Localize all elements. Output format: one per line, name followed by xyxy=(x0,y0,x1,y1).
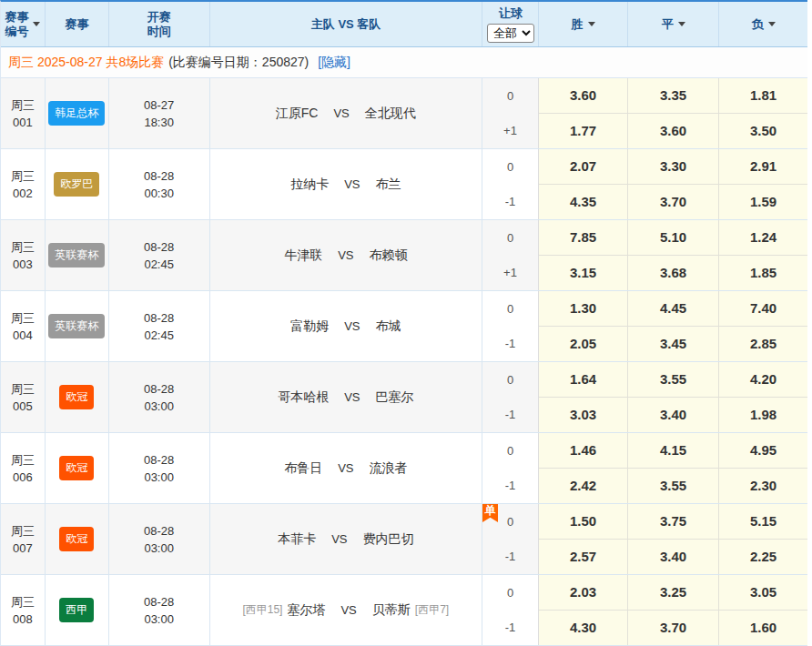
match-id: 周三 005 xyxy=(1,362,46,432)
header-lose[interactable]: 负 xyxy=(719,2,807,46)
odds-draw-cell[interactable]: 3.68 xyxy=(628,256,719,291)
odds-lose-cell[interactable]: 2.30 xyxy=(719,469,807,504)
odds-lose-cell[interactable]: 7.40 xyxy=(719,291,807,327)
match-league: 英联赛杯 xyxy=(46,220,109,290)
odds-lose-cell[interactable]: 1.81 xyxy=(719,78,807,114)
match-number: 002 xyxy=(13,185,33,202)
odds-draw-cell[interactable]: 3.35 xyxy=(628,78,719,114)
league-badge: 欧冠 xyxy=(59,385,94,409)
match-row: 周三 004 英联赛杯 08-28 02:45 富勒姆 VS 布城 0 1.30… xyxy=(1,291,807,362)
odds-draw-cell[interactable]: 3.25 xyxy=(628,575,719,611)
match-teams: 拉纳卡 VS 布兰 xyxy=(210,149,482,219)
odds-win-cell[interactable]: 1.30 xyxy=(539,291,628,327)
table-header: 赛事 编号 赛事 开赛 时间 主队 VS 客队 让球 全部 xyxy=(1,2,807,47)
odds-win-cell[interactable]: 2.42 xyxy=(539,469,628,504)
league-badge: 西甲 xyxy=(59,598,94,622)
header-handicap-label: 让球 xyxy=(499,5,523,22)
match-day: 周三 xyxy=(11,167,35,185)
vs-label: VS xyxy=(344,389,360,406)
league-badge: 英联赛杯 xyxy=(48,243,105,267)
odds-lose-cell[interactable]: 2.91 xyxy=(719,149,807,185)
odds-win-cell[interactable]: 1.50 xyxy=(539,504,628,540)
odds-draw-cell[interactable]: 3.55 xyxy=(628,469,719,504)
odds-win-cell[interactable]: 2.05 xyxy=(539,327,628,362)
odds-line: 单 0 1.50 3.75 5.15 xyxy=(482,504,807,540)
odds-draw-cell[interactable]: 3.40 xyxy=(628,398,719,433)
date-summary: 周三 2025-08-27 共8场比赛 xyxy=(8,55,164,71)
odds-win-cell[interactable]: 4.30 xyxy=(539,611,628,646)
away-team: 布城 xyxy=(375,318,401,335)
home-team: 本菲卡 xyxy=(278,530,316,548)
odds-draw-cell[interactable]: 3.55 xyxy=(628,362,719,398)
odds-draw-cell[interactable]: 3.70 xyxy=(628,611,719,646)
handicap-value: 0 xyxy=(507,160,513,174)
chevron-down-icon[interactable] xyxy=(768,22,776,26)
match-date: 08-27 xyxy=(144,96,174,114)
odds-lose-cell[interactable]: 2.25 xyxy=(719,540,807,575)
odds-line: +1 3.15 3.68 1.85 xyxy=(482,256,807,291)
odds-win-cell[interactable]: 2.57 xyxy=(539,540,628,575)
chevron-down-icon[interactable] xyxy=(588,22,595,26)
home-team: 富勒姆 xyxy=(290,318,329,335)
odds-win-cell[interactable]: 1.77 xyxy=(539,114,628,149)
handicap-cell: 0 xyxy=(482,149,539,185)
odds-line: 0 2.07 3.30 2.91 xyxy=(482,149,807,185)
hide-link[interactable]: [隐藏] xyxy=(318,55,350,71)
odds-win-cell[interactable]: 1.64 xyxy=(539,362,628,398)
match-number: 006 xyxy=(13,469,33,486)
header-match-id[interactable]: 赛事 编号 xyxy=(1,2,46,46)
away-team: 全北现代 xyxy=(365,105,416,122)
odds-lose-cell[interactable]: 3.05 xyxy=(719,575,807,611)
handicap-cell: -1 xyxy=(482,185,539,220)
odds-draw-cell[interactable]: 5.10 xyxy=(628,220,719,256)
odds-lose-cell[interactable]: 2.85 xyxy=(719,327,807,362)
chevron-down-icon[interactable] xyxy=(678,22,685,26)
odds-win-cell[interactable]: 3.15 xyxy=(539,256,628,291)
odds-draw-cell[interactable]: 3.40 xyxy=(628,540,719,575)
odds-draw-cell[interactable]: 4.45 xyxy=(628,291,719,327)
match-teams: [西甲15] 塞尔塔 VS 贝蒂斯 [西甲7] xyxy=(210,575,482,645)
odds-lose-cell[interactable]: 4.20 xyxy=(719,362,807,398)
match-id: 周三 001 xyxy=(1,78,46,148)
handicap-value: -1 xyxy=(505,479,516,492)
odds-lose-cell[interactable]: 4.95 xyxy=(719,433,807,469)
header-draw[interactable]: 平 xyxy=(628,2,719,46)
odds-lose-cell[interactable]: 1.60 xyxy=(719,611,807,646)
match-time: 08-28 03:00 xyxy=(109,362,210,432)
odds-draw-cell[interactable]: 4.15 xyxy=(628,433,719,469)
handicap-value: -1 xyxy=(505,621,516,634)
odds-line: -1 4.30 3.70 1.60 xyxy=(482,611,807,646)
odds-lose-cell[interactable]: 1.98 xyxy=(719,398,807,433)
match-day: 周三 xyxy=(11,593,35,611)
odds-win-cell[interactable]: 7.85 xyxy=(539,220,628,256)
odds-win-cell[interactable]: 2.07 xyxy=(539,149,628,185)
match-id: 周三 003 xyxy=(1,220,46,290)
odds-lose-cell[interactable]: 1.24 xyxy=(719,220,807,256)
match-league: 韩足总杯 xyxy=(46,78,109,148)
match-id: 周三 007 xyxy=(1,504,46,574)
odds-lose-cell[interactable]: 1.85 xyxy=(719,256,807,291)
odds-draw-cell[interactable]: 3.45 xyxy=(628,327,719,362)
odds-win-cell[interactable]: 3.03 xyxy=(539,398,628,433)
match-date: 08-28 xyxy=(144,593,174,611)
odds-draw-cell[interactable]: 3.70 xyxy=(628,185,719,220)
odds-lose-cell[interactable]: 5.15 xyxy=(719,504,807,540)
match-date: 08-28 xyxy=(144,522,174,540)
odds-win-cell[interactable]: 3.60 xyxy=(539,78,628,114)
odds-lose-cell[interactable]: 3.50 xyxy=(719,114,807,149)
odds-area: 0 2.03 3.25 3.05 -1 4.30 3.70 1.60 xyxy=(482,575,807,645)
header-win[interactable]: 胜 xyxy=(539,2,628,46)
odds-draw-cell[interactable]: 3.60 xyxy=(628,114,719,149)
odds-draw-cell[interactable]: 3.30 xyxy=(628,149,719,185)
odds-draw-cell[interactable]: 3.75 xyxy=(628,504,719,540)
handicap-filter-select[interactable]: 全部 xyxy=(487,24,534,43)
odds-win-cell[interactable]: 2.03 xyxy=(539,575,628,611)
odds-lose-cell[interactable]: 1.59 xyxy=(719,185,807,220)
match-number: 007 xyxy=(13,540,33,557)
odds-area: 单 0 1.50 3.75 5.15 -1 2.57 3.40 2.25 xyxy=(482,504,807,574)
odds-win-cell[interactable]: 4.35 xyxy=(539,185,628,220)
handicap-cell: -1 xyxy=(482,469,539,504)
chevron-down-icon[interactable] xyxy=(33,22,40,26)
odds-win-cell[interactable]: 1.46 xyxy=(539,433,628,469)
vs-label: VS xyxy=(338,247,353,264)
